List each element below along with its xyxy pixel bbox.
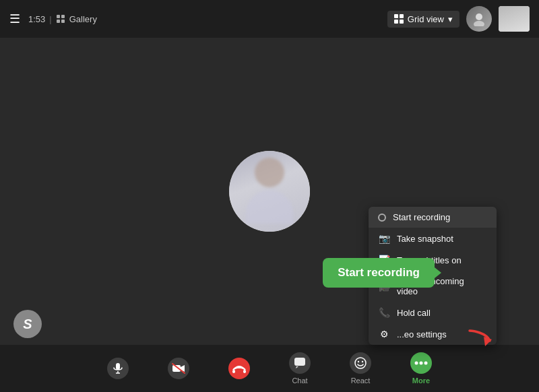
skype-logo: S: [13, 310, 42, 338]
more-icon: [410, 352, 432, 374]
separator: |: [49, 14, 51, 24]
svg-point-20: [420, 362, 423, 365]
bottom-toolbar: Chat React More: [0, 345, 539, 392]
center-avatar: [229, 151, 310, 232]
svg-rect-15: [294, 358, 305, 366]
hold-icon: 📞: [378, 307, 390, 318]
top-bar: ☰ 1:53 | Gallery Grid view ▾: [0, 0, 539, 38]
svg-point-19: [415, 362, 418, 365]
svg-rect-14: [243, 370, 246, 373]
remote-avatar: [499, 6, 530, 32]
top-bar-left: ☰ 1:53 | Gallery: [9, 11, 97, 26]
gallery-label: Gallery: [69, 14, 97, 24]
svg-point-5: [474, 21, 484, 26]
svg-rect-13: [232, 370, 235, 373]
menu-item-snapshot[interactable]: 📷 Take snapshot: [369, 228, 497, 249]
svg-rect-1: [61, 15, 65, 18]
grid-view-icon: [394, 14, 404, 24]
react-label: React: [351, 377, 371, 385]
more-button[interactable]: More: [391, 345, 451, 392]
person-body-shape: [246, 190, 293, 224]
avatar-inner: [229, 151, 310, 232]
hamburger-icon[interactable]: ☰: [9, 11, 20, 26]
svg-rect-2: [57, 20, 60, 23]
skype-letter: S: [23, 317, 32, 332]
chat-icon: [289, 352, 311, 374]
emoji-svg: [354, 357, 367, 369]
chat-label: Chat: [292, 377, 307, 385]
mic-button[interactable]: [88, 345, 148, 392]
svg-rect-8: [116, 363, 120, 370]
react-button[interactable]: React: [330, 345, 391, 392]
menu-item-start-recording[interactable]: Start recording: [369, 207, 497, 228]
react-icon: [350, 352, 371, 374]
svg-point-18: [362, 361, 363, 362]
video-icon: [168, 358, 189, 379]
start-recording-tooltip: Start recording: [323, 258, 435, 288]
settings-icon: ⚙: [378, 329, 390, 339]
svg-point-4: [476, 13, 482, 20]
call-timer: 1:53: [28, 14, 45, 24]
bottom-red-arrow-icon: [466, 327, 493, 348]
video-button[interactable]: [148, 345, 209, 392]
end-call-svg: [232, 363, 247, 374]
call-info: 1:53 | Gallery: [28, 14, 97, 24]
more-label: More: [412, 377, 430, 385]
tooltip-label: Start recording: [338, 266, 420, 279]
video-svg: [172, 363, 185, 374]
svg-rect-0: [57, 15, 60, 18]
menu-item-label: Start recording: [393, 212, 450, 222]
more-dots-svg: [414, 361, 428, 365]
chat-button[interactable]: Chat: [270, 345, 330, 392]
snapshot-icon: 📷: [378, 233, 390, 244]
user-avatar-icon: [466, 6, 492, 32]
gallery-icon: [56, 14, 65, 24]
mic-svg: [113, 362, 123, 374]
chat-svg: [294, 357, 306, 369]
menu-item-label: ...eo settings: [397, 329, 447, 339]
menu-item-hold[interactable]: 📞 Hold call: [369, 302, 497, 323]
grid-view-button[interactable]: Grid view ▾: [387, 11, 459, 28]
menu-item-label: Take snapshot: [397, 234, 453, 244]
radio-icon: [378, 214, 386, 222]
grid-view-label: Grid view: [408, 14, 444, 24]
person-icon: [472, 11, 486, 26]
svg-rect-3: [61, 20, 65, 23]
end-call-button[interactable]: [209, 345, 270, 392]
bottom-arrow-annotation: [466, 327, 493, 350]
menu-item-label: Hold call: [397, 308, 431, 318]
mic-icon: [107, 358, 129, 379]
svg-point-16: [355, 358, 366, 368]
chevron-down-icon: ▾: [448, 14, 453, 24]
end-call-icon: [228, 358, 250, 379]
person-head-shape: [255, 158, 284, 187]
svg-point-21: [424, 362, 428, 365]
top-bar-right: Grid view ▾: [387, 6, 530, 32]
svg-point-17: [358, 361, 359, 362]
